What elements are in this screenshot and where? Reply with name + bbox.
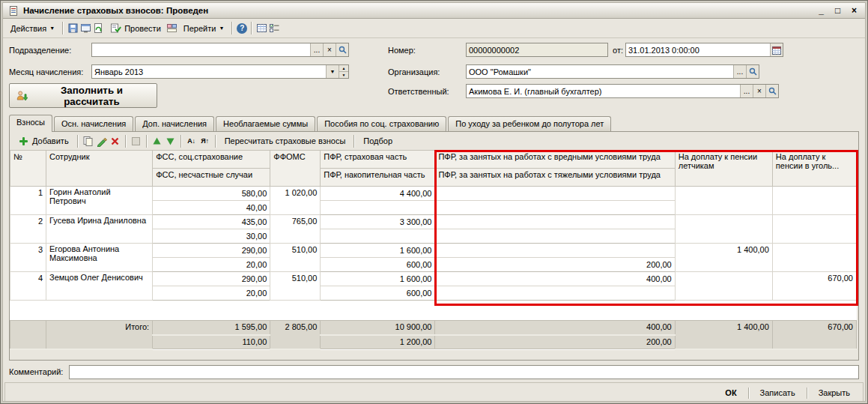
month-field[interactable]: ▼ ▲ ▼ — [91, 64, 349, 79]
grid-cell[interactable] — [435, 201, 675, 215]
table-row[interactable]: 4 Земцов Олег Денисович 290,00 510,00 1 … — [10, 272, 857, 286]
minimize-button[interactable]: _ — [815, 4, 828, 17]
grid-cell[interactable]: 400,00 — [435, 272, 675, 286]
table-row[interactable]: 1 Горин Анатолий Петрович 580,00 1 020,0… — [10, 187, 857, 201]
maximize-button[interactable]: □ — [831, 4, 844, 17]
number-input[interactable] — [467, 43, 607, 56]
date-input[interactable] — [626, 43, 770, 56]
tab-osn-nachisleniya[interactable]: Осн. начисления — [54, 116, 133, 131]
grid-cell[interactable] — [435, 187, 675, 201]
clear-button[interactable]: × — [323, 43, 336, 56]
comment-field[interactable] — [69, 365, 859, 379]
write-icon[interactable] — [67, 22, 79, 34]
delete-row-icon[interactable] — [109, 135, 121, 147]
add-row-button[interactable]: Добавить — [13, 133, 73, 149]
grid-cell[interactable]: 510,00 — [270, 272, 321, 301]
clear-button[interactable]: × — [753, 85, 765, 97]
grid-cell[interactable]: 40,00 — [153, 201, 270, 215]
organization-input[interactable] — [467, 65, 733, 78]
sort-ascending-icon[interactable]: А↓ — [186, 135, 198, 147]
number-field[interactable] — [466, 43, 608, 57]
ellipsis-button[interactable]: ... — [733, 65, 746, 78]
write-button[interactable]: Записать — [753, 386, 802, 400]
grid-cell[interactable] — [435, 286, 675, 301]
spin-up-icon[interactable]: ▲ — [339, 65, 348, 71]
view-icon[interactable] — [79, 22, 91, 34]
employee-cell[interactable]: Гусева Ирина Даниловна — [46, 215, 153, 244]
grid-cell[interactable]: 3 300,00 — [321, 215, 435, 229]
subdivision-input[interactable] — [92, 43, 310, 56]
fill-and-calculate-button[interactable]: Заполнить и рассчитать — [9, 83, 157, 108]
responsible-field[interactable]: ... × — [466, 84, 779, 98]
copy-row-icon[interactable] — [82, 135, 94, 147]
grid-cell[interactable] — [772, 187, 856, 215]
grid-cell[interactable] — [321, 229, 435, 244]
employee-cell[interactable]: Земцов Олег Денисович — [46, 272, 153, 301]
grid-cell[interactable]: 1 400,00 — [675, 244, 772, 272]
month-input[interactable] — [92, 65, 326, 78]
recalculate-contributions-button[interactable]: Пересчитать страховые взносы — [220, 134, 350, 148]
tab-neoblagaemye-summy[interactable]: Необлагаемые суммы — [216, 116, 315, 131]
row-number-cell[interactable]: 3 — [10, 244, 46, 272]
grid-cell[interactable]: 20,00 — [153, 286, 270, 301]
close-button[interactable]: × — [848, 4, 861, 17]
grid-cell[interactable] — [435, 229, 675, 244]
grid-cell[interactable]: 1 600,00 — [321, 272, 435, 286]
grid-cell[interactable]: 290,00 — [153, 272, 270, 286]
grid-cell[interactable] — [675, 215, 772, 244]
table-row[interactable]: 2 Гусева Ирина Даниловна 435,00 765,00 3… — [10, 215, 857, 229]
grid-cell[interactable] — [435, 215, 675, 229]
help-icon[interactable]: ? — [236, 22, 248, 34]
tab-vznosy[interactable]: Взносы — [9, 115, 52, 132]
grid-cell[interactable]: 1 600,00 — [321, 244, 435, 258]
end-edit-icon[interactable] — [130, 135, 142, 147]
ellipsis-button[interactable]: ... — [310, 43, 323, 56]
refresh-icon[interactable] — [92, 22, 104, 34]
actions-menu-button[interactable]: Действия ▼ — [6, 22, 59, 35]
row-number-cell[interactable]: 2 — [10, 215, 46, 244]
employee-cell[interactable]: Егорова Антонина Максимовна — [46, 244, 153, 272]
grid-cell[interactable] — [435, 244, 675, 258]
grid-cell[interactable]: 1 020,00 — [270, 187, 321, 215]
magnifier-button[interactable] — [336, 43, 348, 56]
subdivision-field[interactable]: ... × — [91, 43, 349, 57]
grid-cell[interactable]: 30,00 — [153, 229, 270, 244]
grid-cell[interactable]: 20,00 — [153, 258, 270, 272]
grid-cell[interactable]: 4 400,00 — [321, 187, 435, 201]
grid-cell[interactable]: 200,00 — [435, 258, 675, 272]
spin-down-icon[interactable]: ▼ — [339, 71, 348, 78]
dropdown-button[interactable]: ▼ — [326, 65, 339, 78]
grid-cell[interactable]: 510,00 — [270, 244, 321, 272]
postings-icon[interactable] — [166, 22, 178, 34]
tab-dop-nachisleniya[interactable]: Доп. начисления — [135, 116, 214, 131]
grid-cell[interactable]: 290,00 — [153, 244, 270, 258]
grid-cell[interactable]: 435,00 — [153, 215, 270, 229]
organization-field[interactable]: ... — [466, 64, 759, 79]
grid-cell[interactable]: 600,00 — [321, 258, 435, 272]
post-button[interactable]: Провести — [105, 20, 166, 37]
ok-button[interactable]: ОК — [718, 386, 743, 400]
responsible-input[interactable] — [467, 85, 740, 97]
tab-po-uhodu[interactable]: По уходу за ребенком до полутора лет — [448, 116, 611, 131]
calendar-button[interactable] — [770, 43, 783, 56]
month-spinner[interactable]: ▲ ▼ — [339, 65, 348, 78]
goto-menu-button[interactable]: Перейти ▼ — [179, 22, 229, 35]
checklist-icon[interactable] — [268, 22, 280, 34]
magnifier-button[interactable] — [765, 85, 778, 97]
grid-cell[interactable]: 765,00 — [270, 215, 321, 244]
close-form-button[interactable]: Закрыть — [812, 386, 857, 400]
grid-cell[interactable] — [321, 201, 435, 215]
grid-cell[interactable]: 580,00 — [153, 187, 270, 201]
tab-posobiya[interactable]: Пособия по соц. страхованию — [317, 116, 446, 131]
row-number-cell[interactable]: 1 — [10, 187, 46, 215]
grid-cell[interactable]: 600,00 — [321, 286, 435, 301]
pick-button[interactable]: Подбор — [359, 134, 397, 148]
table-icon[interactable] — [255, 22, 267, 34]
comment-input[interactable] — [70, 366, 858, 379]
sort-descending-icon[interactable]: Я↑ — [199, 135, 211, 147]
table-row[interactable]: 3 Егорова Антонина Максимовна 290,00 510… — [10, 244, 857, 258]
date-field[interactable] — [625, 43, 783, 57]
move-up-icon[interactable] — [151, 135, 163, 147]
grid-cell[interactable] — [675, 187, 772, 215]
move-down-icon[interactable] — [165, 135, 177, 147]
